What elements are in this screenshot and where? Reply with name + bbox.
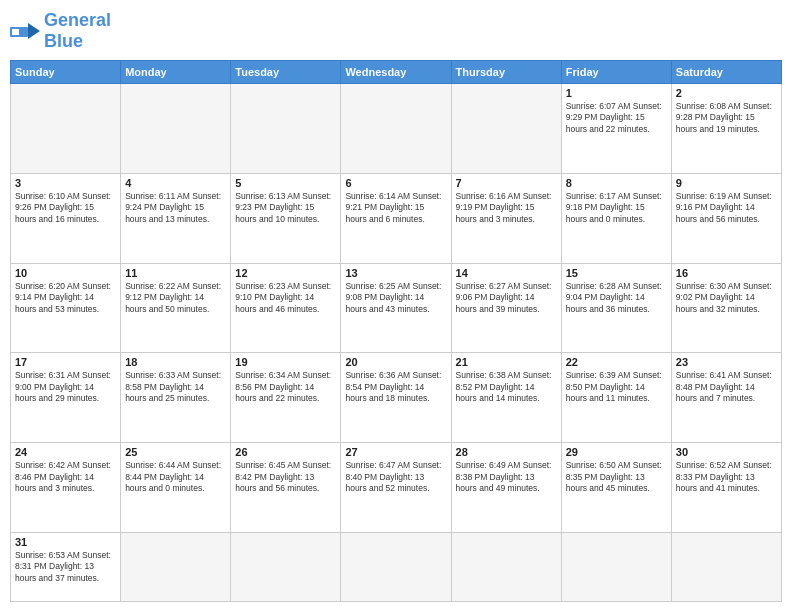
day-number: 27 (345, 446, 446, 458)
calendar-cell (341, 84, 451, 174)
day-number: 12 (235, 267, 336, 279)
day-info: Sunrise: 6:33 AM Sunset: 8:58 PM Dayligh… (125, 370, 226, 404)
day-number: 21 (456, 356, 557, 368)
calendar-cell (231, 532, 341, 601)
week-row-6: 31Sunrise: 6:53 AM Sunset: 8:31 PM Dayli… (11, 532, 782, 601)
week-row-2: 3Sunrise: 6:10 AM Sunset: 9:26 PM Daylig… (11, 173, 782, 263)
day-info: Sunrise: 6:30 AM Sunset: 9:02 PM Dayligh… (676, 281, 777, 315)
logo-icon (10, 19, 40, 43)
day-info: Sunrise: 6:31 AM Sunset: 9:00 PM Dayligh… (15, 370, 116, 404)
day-info: Sunrise: 6:13 AM Sunset: 9:23 PM Dayligh… (235, 191, 336, 225)
calendar-cell: 30Sunrise: 6:52 AM Sunset: 8:33 PM Dayli… (671, 443, 781, 533)
calendar-cell: 21Sunrise: 6:38 AM Sunset: 8:52 PM Dayli… (451, 353, 561, 443)
calendar-cell: 26Sunrise: 6:45 AM Sunset: 8:42 PM Dayli… (231, 443, 341, 533)
day-info: Sunrise: 6:50 AM Sunset: 8:35 PM Dayligh… (566, 460, 667, 494)
calendar-cell: 13Sunrise: 6:25 AM Sunset: 9:08 PM Dayli… (341, 263, 451, 353)
calendar-cell (451, 532, 561, 601)
calendar-cell: 27Sunrise: 6:47 AM Sunset: 8:40 PM Dayli… (341, 443, 451, 533)
day-info: Sunrise: 6:11 AM Sunset: 9:24 PM Dayligh… (125, 191, 226, 225)
day-number: 30 (676, 446, 777, 458)
calendar-cell (451, 84, 561, 174)
calendar-cell: 20Sunrise: 6:36 AM Sunset: 8:54 PM Dayli… (341, 353, 451, 443)
day-number: 19 (235, 356, 336, 368)
calendar-cell: 22Sunrise: 6:39 AM Sunset: 8:50 PM Dayli… (561, 353, 671, 443)
day-number: 15 (566, 267, 667, 279)
calendar-cell: 31Sunrise: 6:53 AM Sunset: 8:31 PM Dayli… (11, 532, 121, 601)
calendar-cell (121, 532, 231, 601)
calendar-cell (231, 84, 341, 174)
calendar-cell: 9Sunrise: 6:19 AM Sunset: 9:16 PM Daylig… (671, 173, 781, 263)
day-info: Sunrise: 6:41 AM Sunset: 8:48 PM Dayligh… (676, 370, 777, 404)
calendar-cell: 17Sunrise: 6:31 AM Sunset: 9:00 PM Dayli… (11, 353, 121, 443)
calendar-cell: 6Sunrise: 6:14 AM Sunset: 9:21 PM Daylig… (341, 173, 451, 263)
calendar-cell: 1Sunrise: 6:07 AM Sunset: 9:29 PM Daylig… (561, 84, 671, 174)
day-info: Sunrise: 6:28 AM Sunset: 9:04 PM Dayligh… (566, 281, 667, 315)
day-number: 22 (566, 356, 667, 368)
weekday-wednesday: Wednesday (341, 61, 451, 84)
day-info: Sunrise: 6:23 AM Sunset: 9:10 PM Dayligh… (235, 281, 336, 315)
day-info: Sunrise: 6:27 AM Sunset: 9:06 PM Dayligh… (456, 281, 557, 315)
day-info: Sunrise: 6:34 AM Sunset: 8:56 PM Dayligh… (235, 370, 336, 404)
calendar-cell: 11Sunrise: 6:22 AM Sunset: 9:12 PM Dayli… (121, 263, 231, 353)
day-number: 31 (15, 536, 116, 548)
weekday-monday: Monday (121, 61, 231, 84)
calendar-cell (121, 84, 231, 174)
weekday-friday: Friday (561, 61, 671, 84)
day-info: Sunrise: 6:53 AM Sunset: 8:31 PM Dayligh… (15, 550, 116, 584)
day-info: Sunrise: 6:38 AM Sunset: 8:52 PM Dayligh… (456, 370, 557, 404)
logo: GeneralBlue (10, 10, 111, 52)
day-number: 14 (456, 267, 557, 279)
day-number: 9 (676, 177, 777, 189)
calendar-cell: 12Sunrise: 6:23 AM Sunset: 9:10 PM Dayli… (231, 263, 341, 353)
day-number: 6 (345, 177, 446, 189)
day-number: 20 (345, 356, 446, 368)
day-info: Sunrise: 6:39 AM Sunset: 8:50 PM Dayligh… (566, 370, 667, 404)
day-info: Sunrise: 6:42 AM Sunset: 8:46 PM Dayligh… (15, 460, 116, 494)
calendar-cell: 23Sunrise: 6:41 AM Sunset: 8:48 PM Dayli… (671, 353, 781, 443)
day-number: 2 (676, 87, 777, 99)
calendar-cell (561, 532, 671, 601)
calendar-cell: 25Sunrise: 6:44 AM Sunset: 8:44 PM Dayli… (121, 443, 231, 533)
calendar-cell: 4Sunrise: 6:11 AM Sunset: 9:24 PM Daylig… (121, 173, 231, 263)
day-info: Sunrise: 6:10 AM Sunset: 9:26 PM Dayligh… (15, 191, 116, 225)
day-info: Sunrise: 6:22 AM Sunset: 9:12 PM Dayligh… (125, 281, 226, 315)
calendar-cell: 19Sunrise: 6:34 AM Sunset: 8:56 PM Dayli… (231, 353, 341, 443)
calendar-cell: 24Sunrise: 6:42 AM Sunset: 8:46 PM Dayli… (11, 443, 121, 533)
day-number: 10 (15, 267, 116, 279)
day-info: Sunrise: 6:07 AM Sunset: 9:29 PM Dayligh… (566, 101, 667, 135)
day-info: Sunrise: 6:25 AM Sunset: 9:08 PM Dayligh… (345, 281, 446, 315)
week-row-3: 10Sunrise: 6:20 AM Sunset: 9:14 PM Dayli… (11, 263, 782, 353)
weekday-tuesday: Tuesday (231, 61, 341, 84)
calendar-cell: 15Sunrise: 6:28 AM Sunset: 9:04 PM Dayli… (561, 263, 671, 353)
week-row-5: 24Sunrise: 6:42 AM Sunset: 8:46 PM Dayli… (11, 443, 782, 533)
svg-marker-1 (28, 23, 40, 39)
day-info: Sunrise: 6:44 AM Sunset: 8:44 PM Dayligh… (125, 460, 226, 494)
weekday-header-row: SundayMondayTuesdayWednesdayThursdayFrid… (11, 61, 782, 84)
day-number: 5 (235, 177, 336, 189)
day-number: 4 (125, 177, 226, 189)
calendar-cell: 18Sunrise: 6:33 AM Sunset: 8:58 PM Dayli… (121, 353, 231, 443)
calendar-cell: 5Sunrise: 6:13 AM Sunset: 9:23 PM Daylig… (231, 173, 341, 263)
calendar-cell: 29Sunrise: 6:50 AM Sunset: 8:35 PM Dayli… (561, 443, 671, 533)
calendar-cell: 16Sunrise: 6:30 AM Sunset: 9:02 PM Dayli… (671, 263, 781, 353)
weekday-sunday: Sunday (11, 61, 121, 84)
calendar-cell: 3Sunrise: 6:10 AM Sunset: 9:26 PM Daylig… (11, 173, 121, 263)
calendar-cell: 10Sunrise: 6:20 AM Sunset: 9:14 PM Dayli… (11, 263, 121, 353)
calendar-cell: 8Sunrise: 6:17 AM Sunset: 9:18 PM Daylig… (561, 173, 671, 263)
day-info: Sunrise: 6:16 AM Sunset: 9:19 PM Dayligh… (456, 191, 557, 225)
calendar-cell: 7Sunrise: 6:16 AM Sunset: 9:19 PM Daylig… (451, 173, 561, 263)
day-info: Sunrise: 6:17 AM Sunset: 9:18 PM Dayligh… (566, 191, 667, 225)
day-number: 18 (125, 356, 226, 368)
day-number: 17 (15, 356, 116, 368)
day-number: 24 (15, 446, 116, 458)
day-info: Sunrise: 6:14 AM Sunset: 9:21 PM Dayligh… (345, 191, 446, 225)
day-number: 23 (676, 356, 777, 368)
day-number: 28 (456, 446, 557, 458)
day-number: 13 (345, 267, 446, 279)
day-number: 1 (566, 87, 667, 99)
calendar-cell (671, 532, 781, 601)
day-info: Sunrise: 6:19 AM Sunset: 9:16 PM Dayligh… (676, 191, 777, 225)
svg-rect-2 (12, 29, 19, 35)
day-number: 29 (566, 446, 667, 458)
logo-text: GeneralBlue (44, 10, 111, 52)
